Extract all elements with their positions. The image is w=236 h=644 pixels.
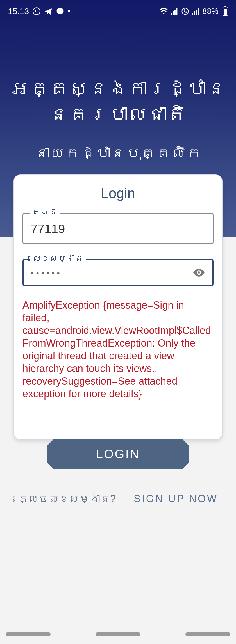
login-button-label: LOGIN <box>96 447 140 461</box>
wifi-icon <box>160 8 168 15</box>
svg-rect-8 <box>196 10 197 15</box>
status-time: 15:13 <box>8 6 29 16</box>
battery-percent: 88% <box>202 7 219 16</box>
app-title: អគ្គស្នងការដ្ឋាននគរបាលជាតិ <box>0 76 236 127</box>
account-field-wrapper: គណនី <box>22 213 214 244</box>
notification-dot-icon <box>68 10 70 12</box>
account-label: គណនី <box>30 207 60 217</box>
password-field-wrapper: លេខសម្ងាត់ <box>22 259 214 286</box>
signal-icon <box>171 8 178 15</box>
login-button[interactable]: LOGIN <box>47 439 189 469</box>
status-bar: 15:13 88% <box>0 0 236 23</box>
android-nav-bar <box>0 630 236 638</box>
password-input[interactable] <box>31 268 187 278</box>
password-label: លេខសម្ងាត់ <box>30 254 86 263</box>
card-title: Login <box>22 185 214 201</box>
nav-back-button[interactable] <box>185 632 230 636</box>
svg-rect-4 <box>176 8 178 15</box>
login-card: Login គណនី លេខសម្ងាត់ AmplifyException {… <box>13 174 223 440</box>
whatsapp-icon <box>32 7 41 15</box>
eye-icon <box>192 266 206 279</box>
sign-up-link[interactable]: SIGN UP NOW <box>134 493 218 505</box>
svg-rect-1 <box>171 13 172 15</box>
nav-recent-button[interactable] <box>6 632 51 636</box>
app-subtitle: នាយកដ្ឋានបុគ្គលិក <box>0 144 236 161</box>
signal-2-icon <box>192 8 199 15</box>
svg-rect-7 <box>194 11 195 15</box>
svg-rect-9 <box>198 8 199 15</box>
telegram-icon <box>44 7 53 15</box>
messenger-icon <box>56 7 64 15</box>
svg-point-0 <box>33 8 40 15</box>
account-input[interactable] <box>31 222 205 236</box>
battery-icon <box>223 7 228 16</box>
nav-home-button[interactable] <box>96 632 140 636</box>
svg-rect-6 <box>192 13 193 15</box>
toggle-password-visibility-button[interactable] <box>191 265 207 281</box>
svg-point-5 <box>182 8 189 15</box>
svg-rect-3 <box>174 10 176 15</box>
volte-icon <box>181 7 189 15</box>
forgot-password-link[interactable]: ភ្លេចលេខសម្ងាត់? <box>18 493 116 505</box>
svg-rect-2 <box>173 11 174 15</box>
error-message: AmplifyException {message=Sign in failed… <box>22 299 214 400</box>
